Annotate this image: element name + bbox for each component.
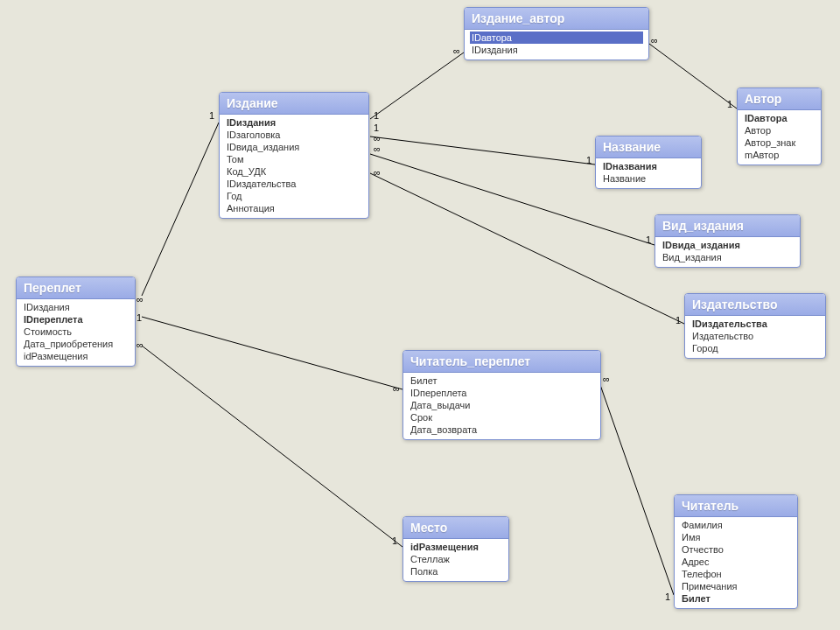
- field[interactable]: IDвида_издания: [661, 239, 794, 251]
- field-list: Билет IDпереплета Дата_выдачи Срок Дата_…: [403, 373, 600, 439]
- field-list: idРазмещения Стеллаж Полка: [403, 539, 508, 581]
- field[interactable]: Том: [225, 153, 363, 165]
- field[interactable]: IDиздания: [225, 116, 363, 129]
- field[interactable]: Название: [601, 172, 696, 185]
- field[interactable]: Автор_знак: [743, 136, 816, 149]
- field[interactable]: IDиздания: [470, 44, 643, 56]
- cardinality-many: ∞: [136, 294, 144, 304]
- field[interactable]: Вид_издания: [661, 251, 794, 263]
- field[interactable]: Стеллаж: [409, 553, 503, 565]
- field[interactable]: IDпереплета: [409, 387, 595, 399]
- er-diagram-canvas: 1 ∞ 1 ∞ ∞ 1 1 ∞ 1 ∞ ∞ ∞ 1 1 1 ∞ 1 ∞ 1 Пе…: [0, 0, 840, 630]
- svg-line-2: [370, 136, 595, 164]
- field[interactable]: Адрес: [680, 556, 792, 568]
- field-list: IDавтора IDиздания: [465, 30, 648, 60]
- cardinality-one: 1: [676, 315, 681, 326]
- cardinality-one: 1: [209, 110, 214, 121]
- cardinality-one: 1: [374, 110, 379, 121]
- cardinality-one: 1: [136, 312, 142, 323]
- cardinality-many: ∞: [374, 167, 381, 178]
- cardinality-many: ∞: [374, 144, 381, 154]
- entity-chitatel[interactable]: Читатель Фамилия Имя Отчество Адрес Теле…: [674, 494, 798, 609]
- field-list: IDназвания Название: [596, 158, 701, 188]
- field[interactable]: IDиздания: [22, 301, 130, 313]
- field[interactable]: Стоимость: [22, 326, 130, 338]
- cardinality-many: ∞: [136, 340, 144, 350]
- field-list: IDиздательства Издательство Город: [685, 316, 825, 358]
- cardinality-many: ∞: [453, 46, 460, 56]
- entity-title: Переплет: [17, 277, 135, 299]
- field-list: IDиздания IDпереплета Стоимость Дата_при…: [17, 299, 135, 366]
- svg-line-6: [142, 317, 402, 389]
- field-list: Фамилия Имя Отчество Адрес Телефон Приме…: [675, 517, 797, 608]
- field[interactable]: Отчество: [680, 543, 792, 556]
- entity-title: Читатель: [675, 495, 797, 517]
- field[interactable]: Дата_возврата: [409, 424, 595, 436]
- entity-chitatel-pereplet[interactable]: Читатель_переплет Билет IDпереплета Дата…: [402, 350, 601, 440]
- svg-line-8: [600, 385, 674, 595]
- field[interactable]: IDавтора: [743, 112, 816, 124]
- cardinality-many: ∞: [393, 383, 400, 394]
- field[interactable]: Аннотация: [225, 202, 363, 214]
- svg-line-7: [142, 346, 402, 547]
- entity-title: Вид_издания: [655, 215, 800, 237]
- entity-title: Читатель_переплет: [403, 351, 600, 373]
- svg-line-0: [370, 52, 464, 119]
- entity-title: Автор: [738, 88, 821, 110]
- field-list: IDавтора Автор Автор_знак mАвтор: [738, 110, 821, 164]
- field[interactable]: Билет: [680, 592, 792, 605]
- field-list: IDиздания IDзаголовка IDвида_издания Том…: [220, 115, 368, 218]
- entity-nazvanie[interactable]: Название IDназвания Название: [595, 136, 702, 189]
- field[interactable]: Полка: [409, 565, 503, 578]
- field[interactable]: IDавтора: [470, 32, 643, 44]
- entity-pereplet[interactable]: Переплет IDиздания IDпереплета Стоимость…: [16, 276, 136, 367]
- cardinality-one: 1: [665, 592, 670, 602]
- field-list: IDвида_издания Вид_издания: [655, 237, 800, 267]
- cardinality-one: 1: [586, 155, 592, 165]
- svg-line-4: [370, 173, 684, 324]
- field[interactable]: IDназвания: [601, 160, 696, 172]
- field[interactable]: Срок: [409, 411, 595, 424]
- entity-avtor[interactable]: Автор IDавтора Автор Автор_знак mАвтор: [737, 88, 822, 165]
- field[interactable]: Издательство: [690, 330, 820, 342]
- entity-izdanie-avtor[interactable]: Издание_автор IDавтора IDиздания: [464, 7, 649, 60]
- field[interactable]: Имя: [680, 531, 792, 543]
- entity-title: Издание: [220, 93, 368, 115]
- entity-mesto[interactable]: Место idРазмещения Стеллаж Полка: [402, 516, 509, 582]
- entity-izdanie[interactable]: Издание IDиздания IDзаголовка IDвида_изд…: [219, 92, 369, 219]
- field[interactable]: Автор: [743, 124, 816, 136]
- field[interactable]: IDиздательства: [690, 318, 820, 330]
- field[interactable]: Дата_приобретения: [22, 338, 130, 350]
- field[interactable]: idРазмещения: [409, 541, 503, 553]
- field[interactable]: Город: [690, 342, 820, 354]
- field[interactable]: idРазмещения: [22, 350, 130, 362]
- field[interactable]: Примечания: [680, 580, 792, 592]
- field[interactable]: Фамилия: [680, 519, 792, 531]
- field[interactable]: IDпереплета: [22, 313, 130, 326]
- entity-vid-izdania[interactable]: Вид_издания IDвида_издания Вид_издания: [654, 214, 801, 268]
- entity-izdatelstvo[interactable]: Издательство IDиздательства Издательство…: [684, 293, 826, 359]
- cardinality-one: 1: [392, 536, 397, 546]
- cardinality-many: ∞: [374, 133, 381, 144]
- entity-title: Место: [403, 517, 508, 539]
- field[interactable]: mАвтор: [743, 149, 816, 161]
- cardinality-one: 1: [727, 99, 732, 109]
- entity-title: Издание_автор: [465, 8, 648, 30]
- field[interactable]: Дата_выдачи: [409, 399, 595, 411]
- cardinality-one: 1: [374, 122, 379, 133]
- cardinality-one: 1: [646, 234, 651, 245]
- entity-title: Издательство: [685, 294, 825, 316]
- svg-line-5: [142, 122, 219, 296]
- field[interactable]: Телефон: [680, 568, 792, 580]
- cardinality-many: ∞: [603, 374, 610, 384]
- svg-line-1: [649, 44, 737, 108]
- field[interactable]: Год: [225, 190, 363, 202]
- field[interactable]: IDзаголовка: [225, 129, 363, 141]
- field[interactable]: IDиздательства: [225, 178, 363, 190]
- cardinality-many: ∞: [651, 35, 658, 46]
- field[interactable]: Билет: [409, 374, 595, 387]
- entity-title: Название: [596, 136, 701, 158]
- field[interactable]: Код_УДК: [225, 165, 363, 178]
- field[interactable]: IDвида_издания: [225, 141, 363, 153]
